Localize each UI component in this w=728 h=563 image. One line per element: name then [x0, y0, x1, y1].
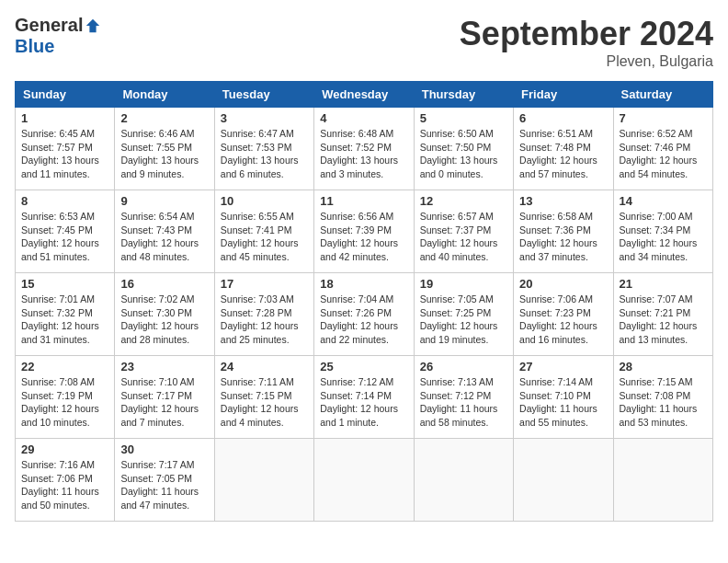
location: Pleven, Bulgaria [460, 53, 713, 70]
day-info: Sunrise: 7:07 AM Sunset: 7:21 PM Dayligh… [620, 293, 707, 347]
day-info: Sunrise: 6:47 AM Sunset: 7:53 PM Dayligh… [221, 127, 308, 181]
day-info: Sunrise: 6:53 AM Sunset: 7:45 PM Dayligh… [21, 210, 108, 264]
day-cell-17: 17 Sunrise: 7:03 AM Sunset: 7:28 PM Dayl… [214, 273, 313, 356]
week-row-3: 15 Sunrise: 7:01 AM Sunset: 7:32 PM Dayl… [16, 273, 713, 356]
day-number: 23 [120, 360, 208, 373]
day-cell-5: 5 Sunrise: 6:50 AM Sunset: 7:50 PM Dayli… [414, 108, 513, 190]
week-row-1: 1 Sunrise: 6:45 AM Sunset: 7:57 PM Dayli… [16, 108, 713, 190]
calendar-table: Sunday Monday Tuesday Wednesday Thursday… [15, 81, 713, 522]
header-monday: Monday [115, 82, 214, 108]
day-number: 14 [620, 194, 707, 208]
day-cell-7: 7 Sunrise: 6:52 AM Sunset: 7:46 PM Dayli… [613, 108, 712, 190]
day-info: Sunrise: 6:45 AM Sunset: 7:57 PM Dayligh… [21, 127, 108, 181]
day-number: 6 [519, 111, 607, 125]
day-cell-9: 9 Sunrise: 6:54 AM Sunset: 7:43 PM Dayli… [115, 190, 214, 273]
day-number: 4 [320, 111, 407, 125]
logo-general-text: General [15, 15, 83, 36]
day-cell-2: 2 Sunrise: 6:46 AM Sunset: 7:55 PM Dayli… [115, 108, 214, 190]
day-number: 27 [519, 360, 607, 373]
week-row-4: 22 Sunrise: 7:08 AM Sunset: 7:19 PM Dayl… [16, 356, 713, 439]
day-cell-20: 20 Sunrise: 7:06 AM Sunset: 7:23 PM Dayl… [514, 273, 613, 356]
day-info: Sunrise: 7:05 AM Sunset: 7:25 PM Dayligh… [420, 293, 507, 347]
day-info: Sunrise: 7:02 AM Sunset: 7:30 PM Dayligh… [120, 293, 208, 347]
day-number: 20 [519, 277, 607, 291]
empty-cell [414, 439, 513, 522]
logo-icon [85, 17, 101, 34]
day-info: Sunrise: 6:52 AM Sunset: 7:46 PM Dayligh… [620, 127, 707, 181]
day-cell-19: 19 Sunrise: 7:05 AM Sunset: 7:25 PM Dayl… [414, 273, 513, 356]
day-info: Sunrise: 7:15 AM Sunset: 7:08 PM Dayligh… [620, 375, 707, 430]
day-info: Sunrise: 6:56 AM Sunset: 7:39 PM Dayligh… [320, 210, 407, 264]
week-row-2: 8 Sunrise: 6:53 AM Sunset: 7:45 PM Dayli… [16, 190, 713, 273]
day-cell-6: 6 Sunrise: 6:51 AM Sunset: 7:48 PM Dayli… [514, 108, 613, 190]
day-info: Sunrise: 7:08 AM Sunset: 7:19 PM Dayligh… [21, 375, 108, 430]
day-cell-28: 28 Sunrise: 7:15 AM Sunset: 7:08 PM Dayl… [613, 356, 712, 439]
day-cell-27: 27 Sunrise: 7:14 AM Sunset: 7:10 PM Dayl… [514, 356, 613, 439]
day-number: 9 [120, 194, 208, 208]
day-info: Sunrise: 7:11 AM Sunset: 7:15 PM Dayligh… [221, 375, 308, 430]
day-cell-30: 30 Sunrise: 7:17 AM Sunset: 7:05 PM Dayl… [115, 439, 214, 522]
day-number: 24 [221, 360, 308, 373]
day-info: Sunrise: 7:01 AM Sunset: 7:32 PM Dayligh… [21, 293, 108, 347]
day-number: 19 [420, 277, 507, 291]
day-cell-26: 26 Sunrise: 7:13 AM Sunset: 7:12 PM Dayl… [414, 356, 513, 439]
day-number: 15 [21, 277, 108, 291]
logo-blue-text: Blue [15, 36, 54, 57]
day-cell-12: 12 Sunrise: 6:57 AM Sunset: 7:37 PM Dayl… [414, 190, 513, 273]
day-info: Sunrise: 7:06 AM Sunset: 7:23 PM Dayligh… [519, 293, 607, 347]
day-cell-24: 24 Sunrise: 7:11 AM Sunset: 7:15 PM Dayl… [214, 356, 313, 439]
day-info: Sunrise: 7:00 AM Sunset: 7:34 PM Dayligh… [620, 210, 707, 264]
page-header: General Blue September 2024 Pleven, Bulg… [15, 15, 713, 70]
day-info: Sunrise: 7:13 AM Sunset: 7:12 PM Dayligh… [420, 375, 507, 430]
day-info: Sunrise: 6:58 AM Sunset: 7:36 PM Dayligh… [519, 210, 607, 264]
day-cell-15: 15 Sunrise: 7:01 AM Sunset: 7:32 PM Dayl… [16, 273, 115, 356]
day-number: 2 [120, 111, 208, 125]
day-cell-23: 23 Sunrise: 7:10 AM Sunset: 7:17 PM Dayl… [115, 356, 214, 439]
svg-marker-0 [86, 18, 99, 31]
day-cell-11: 11 Sunrise: 6:56 AM Sunset: 7:39 PM Dayl… [314, 190, 414, 273]
day-info: Sunrise: 6:51 AM Sunset: 7:48 PM Dayligh… [519, 127, 607, 181]
weekday-header-row: Sunday Monday Tuesday Wednesday Thursday… [16, 82, 713, 108]
header-sunday: Sunday [16, 82, 115, 108]
header-wednesday: Wednesday [314, 82, 414, 108]
day-info: Sunrise: 6:46 AM Sunset: 7:55 PM Dayligh… [120, 127, 208, 181]
day-cell-21: 21 Sunrise: 7:07 AM Sunset: 7:21 PM Dayl… [613, 273, 712, 356]
header-thursday: Thursday [414, 82, 513, 108]
day-number: 26 [420, 360, 507, 373]
day-cell-8: 8 Sunrise: 6:53 AM Sunset: 7:45 PM Dayli… [16, 190, 115, 273]
day-cell-4: 4 Sunrise: 6:48 AM Sunset: 7:52 PM Dayli… [314, 108, 414, 190]
day-number: 8 [21, 194, 108, 208]
empty-cell [214, 439, 313, 522]
day-info: Sunrise: 6:55 AM Sunset: 7:41 PM Dayligh… [221, 210, 308, 264]
day-cell-18: 18 Sunrise: 7:04 AM Sunset: 7:26 PM Dayl… [314, 273, 414, 356]
day-info: Sunrise: 7:16 AM Sunset: 7:06 PM Dayligh… [21, 458, 108, 512]
day-number: 29 [21, 442, 108, 456]
day-info: Sunrise: 7:04 AM Sunset: 7:26 PM Dayligh… [320, 293, 407, 347]
day-number: 11 [320, 194, 407, 208]
empty-cell [514, 439, 613, 522]
header-tuesday: Tuesday [214, 82, 313, 108]
day-number: 7 [620, 111, 707, 125]
day-info: Sunrise: 7:12 AM Sunset: 7:14 PM Dayligh… [320, 375, 407, 430]
header-saturday: Saturday [613, 82, 712, 108]
day-cell-13: 13 Sunrise: 6:58 AM Sunset: 7:36 PM Dayl… [514, 190, 613, 273]
day-number: 25 [320, 360, 407, 373]
day-cell-16: 16 Sunrise: 7:02 AM Sunset: 7:30 PM Dayl… [115, 273, 214, 356]
day-number: 22 [21, 360, 108, 373]
day-info: Sunrise: 6:54 AM Sunset: 7:43 PM Dayligh… [120, 210, 208, 264]
day-number: 13 [519, 194, 607, 208]
day-info: Sunrise: 6:57 AM Sunset: 7:37 PM Dayligh… [420, 210, 507, 264]
day-number: 17 [221, 277, 308, 291]
day-cell-22: 22 Sunrise: 7:08 AM Sunset: 7:19 PM Dayl… [16, 356, 115, 439]
day-number: 3 [221, 111, 308, 125]
empty-cell [613, 439, 712, 522]
day-cell-10: 10 Sunrise: 6:55 AM Sunset: 7:41 PM Dayl… [214, 190, 313, 273]
day-number: 10 [221, 194, 308, 208]
day-info: Sunrise: 6:50 AM Sunset: 7:50 PM Dayligh… [420, 127, 507, 181]
day-number: 16 [120, 277, 208, 291]
day-number: 5 [420, 111, 507, 125]
day-info: Sunrise: 6:48 AM Sunset: 7:52 PM Dayligh… [320, 127, 407, 181]
title-block: September 2024 Pleven, Bulgaria [460, 15, 713, 70]
day-info: Sunrise: 7:17 AM Sunset: 7:05 PM Dayligh… [120, 458, 208, 512]
day-number: 12 [420, 194, 507, 208]
